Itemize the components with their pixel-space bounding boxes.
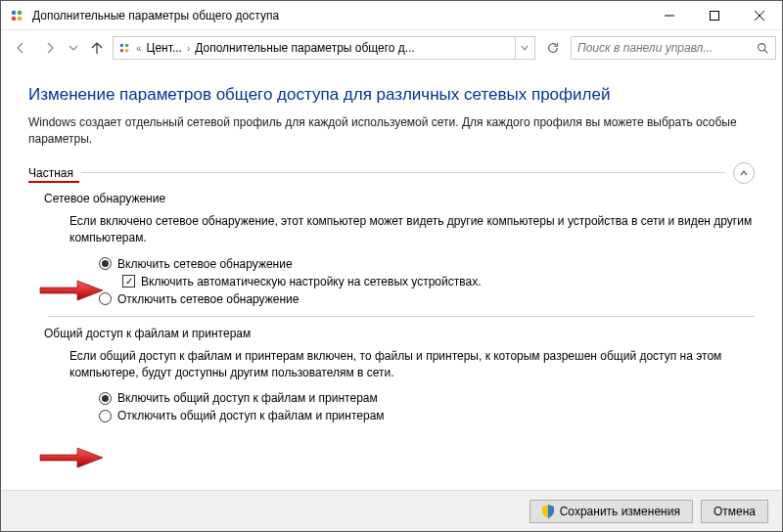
discovery-title: Сетевое обнаружение xyxy=(44,192,755,205)
breadcrumb-dropdown[interactable] xyxy=(515,37,532,59)
chevron-left-icon: « xyxy=(133,43,145,54)
radio-label: Включить общий доступ к файлам и принтер… xyxy=(117,391,378,405)
page-title: Изменение параметров общего доступа для … xyxy=(28,85,755,105)
discovery-desc: Если включено сетевое обнаружение, этот … xyxy=(69,213,755,247)
forward-button[interactable] xyxy=(36,34,64,62)
save-button-label: Сохранить изменения xyxy=(560,505,680,518)
search-box[interactable] xyxy=(571,36,776,60)
radio-label: Отключить общий доступ к файлам и принте… xyxy=(117,409,385,422)
section-private-label: Частная xyxy=(28,166,73,180)
radio-fileshare-off[interactable]: Отключить общий доступ к файлам и принте… xyxy=(99,409,755,422)
window-title: Дополнительные параметры общего доступа xyxy=(32,9,647,22)
search-input[interactable] xyxy=(576,40,754,56)
radio-label: Включить сетевое обнаружение xyxy=(117,257,293,271)
divider-line xyxy=(81,172,725,173)
shield-icon xyxy=(542,505,554,518)
svg-point-0 xyxy=(12,10,17,15)
radio-fileshare-on[interactable]: Включить общий доступ к файлам и принтер… xyxy=(99,391,755,405)
breadcrumb-seg-1[interactable]: Цент... xyxy=(145,41,184,55)
svg-line-13 xyxy=(764,50,767,53)
close-button[interactable] xyxy=(737,1,782,30)
content-area: Изменение параметров общего доступа для … xyxy=(1,66,782,490)
subsection-discovery: Сетевое обнаружение Если включено сетево… xyxy=(44,192,755,306)
svg-point-8 xyxy=(120,44,124,48)
svg-point-2 xyxy=(12,16,17,21)
checkbox-label: Включить автоматическую настройку на сет… xyxy=(141,275,482,288)
app-icon xyxy=(9,8,24,23)
checkbox-auto-setup[interactable]: ✓ Включить автоматическую настройку на с… xyxy=(122,275,755,288)
breadcrumb-seg-2[interactable]: Дополнительные параметры общего д... xyxy=(193,41,515,55)
page-description: Windows создает отдельный сетевой профил… xyxy=(28,114,755,149)
search-icon[interactable] xyxy=(754,42,771,55)
recent-dropdown[interactable] xyxy=(66,34,81,62)
back-button[interactable] xyxy=(7,34,34,62)
chevron-right-icon: › xyxy=(184,43,193,54)
fileshare-title: Общий доступ к файлам и принтерам xyxy=(44,327,755,340)
svg-point-3 xyxy=(18,16,23,21)
radio-icon[interactable] xyxy=(99,410,112,422)
svg-point-11 xyxy=(125,49,129,53)
fileshare-desc: Если общий доступ к файлам и принтерам в… xyxy=(69,348,755,382)
divider xyxy=(48,316,755,317)
subsection-fileshare: Общий доступ к файлам и принтерам Если о… xyxy=(44,327,755,423)
radio-icon[interactable] xyxy=(99,257,112,270)
section-private-header[interactable]: Частная xyxy=(28,162,755,184)
radio-discovery-off[interactable]: Отключить сетевое обнаружение xyxy=(99,292,755,306)
radio-icon[interactable] xyxy=(99,292,112,305)
breadcrumb[interactable]: « Цент... › Дополнительные параметры общ… xyxy=(113,36,535,60)
minimize-button[interactable] xyxy=(647,1,692,30)
cancel-button[interactable]: Отмена xyxy=(701,500,768,523)
cancel-button-label: Отмена xyxy=(714,505,756,518)
refresh-button[interactable] xyxy=(541,36,565,60)
maximize-button[interactable] xyxy=(692,1,737,30)
collapse-icon[interactable] xyxy=(733,162,755,184)
svg-rect-5 xyxy=(711,11,719,20)
svg-point-10 xyxy=(120,49,124,53)
annotation-arrow xyxy=(38,445,107,470)
checkbox-icon[interactable]: ✓ xyxy=(122,275,135,288)
titlebar: Дополнительные параметры общего доступа xyxy=(1,1,782,30)
svg-point-9 xyxy=(125,44,129,48)
navbar: « Цент... › Дополнительные параметры общ… xyxy=(1,30,782,66)
radio-icon[interactable] xyxy=(99,392,112,405)
radio-label: Отключить сетевое обнаружение xyxy=(117,292,299,306)
breadcrumb-icon xyxy=(115,41,133,55)
radio-discovery-on[interactable]: Включить сетевое обнаружение xyxy=(99,257,755,271)
annotation-underline xyxy=(28,181,79,183)
section-private-label-text: Частная xyxy=(28,166,73,180)
up-button[interactable] xyxy=(83,34,111,62)
svg-point-1 xyxy=(18,10,23,15)
save-button[interactable]: Сохранить изменения xyxy=(530,500,693,523)
footer: Сохранить изменения Отмена xyxy=(1,490,782,531)
svg-point-12 xyxy=(758,43,764,50)
